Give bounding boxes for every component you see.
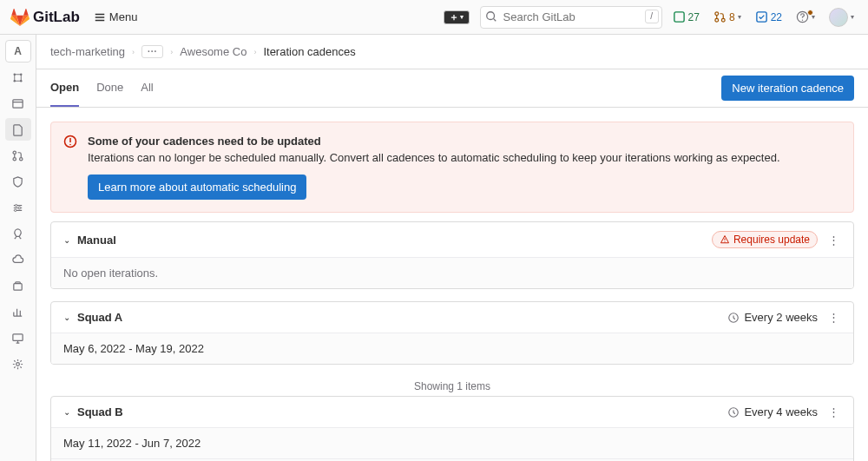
- error-icon: [63, 135, 77, 151]
- learn-more-button[interactable]: Learn more about automatic scheduling: [88, 175, 306, 200]
- cadence-menu-button[interactable]: ⋮: [826, 405, 841, 418]
- chevron-right-icon: ›: [132, 48, 135, 56]
- breadcrumb-current: Iteration cadences: [263, 45, 355, 58]
- tab-all[interactable]: All: [141, 69, 153, 107]
- svg-point-21: [16, 362, 20, 366]
- breadcrumb-link[interactable]: tech-marketing: [50, 45, 125, 58]
- svg-point-23: [69, 144, 71, 146]
- repository-icon: [11, 97, 24, 110]
- cadence-name: Squad B: [77, 405, 123, 418]
- gitlab-logo[interactable]: GitLab: [10, 8, 80, 27]
- nav-issues[interactable]: [5, 118, 31, 141]
- new-iteration-cadence-button[interactable]: New iteration cadence: [721, 76, 854, 101]
- chevron-down-icon: ⌄: [63, 313, 70, 322]
- alert-title: Some of your cadences need to be updated: [88, 135, 841, 148]
- nav-repository[interactable]: [5, 92, 31, 115]
- nav-deployments[interactable]: [5, 222, 31, 245]
- todos-link[interactable]: 22: [752, 10, 786, 23]
- svg-point-13: [13, 151, 16, 154]
- nav-settings[interactable]: [5, 352, 31, 375]
- requires-update-badge: Requires update: [712, 231, 818, 248]
- issues-link[interactable]: 27: [669, 10, 703, 23]
- tab-done[interactable]: Done: [96, 69, 123, 107]
- menu-label: Menu: [109, 10, 138, 23]
- clock-icon: [727, 312, 740, 324]
- monitor-icon: [11, 332, 24, 345]
- search-input[interactable]: [480, 6, 662, 29]
- merge-request-icon: [713, 10, 727, 23]
- nav-security[interactable]: [5, 170, 31, 193]
- top-header: GitLab Menu ▾ / 27 8 ▾ 22 ▾ ▾: [0, 0, 868, 35]
- svg-point-0: [486, 11, 494, 19]
- tab-bar: Open Done All New iteration cadence: [36, 69, 868, 108]
- svg-rect-1: [674, 12, 683, 22]
- svg-point-24: [724, 241, 725, 242]
- cadence-card: ⌄ Squad B Every 4 weeks⋮May 11, 2022 - J…: [50, 396, 854, 461]
- mr-count: 8: [729, 11, 735, 23]
- main-content: tech-marketing › ··· › Awesome Co › Iter…: [36, 35, 868, 461]
- tab-open[interactable]: Open: [50, 69, 79, 107]
- svg-point-14: [13, 157, 16, 160]
- cadence-card: ⌄ Squad A Every 2 weeks⋮May 6, 2022 - Ma…: [50, 301, 854, 365]
- cadence-name: Squad A: [77, 311, 122, 324]
- todo-icon: [755, 10, 768, 23]
- todo-count: 22: [771, 11, 782, 23]
- issues-icon: [673, 10, 686, 23]
- nav-packages[interactable]: [5, 274, 31, 297]
- svg-point-4: [721, 18, 725, 22]
- user-menu[interactable]: ▾: [825, 8, 858, 27]
- chevron-down-icon: ⌄: [63, 235, 70, 245]
- global-search: /: [480, 6, 662, 29]
- cadence-header[interactable]: ⌄ Squad A Every 2 weeks⋮: [51, 302, 853, 333]
- merge-requests-link[interactable]: 8 ▾: [710, 10, 745, 23]
- cadence-frequency: Every 4 weeks: [727, 405, 818, 418]
- menu-toggle[interactable]: Menu: [94, 10, 138, 23]
- gear-icon: [11, 358, 24, 371]
- cadence-header[interactable]: ⌄ Squad B Every 4 weeks⋮: [51, 397, 853, 427]
- alert-text: Iterations can no longer be scheduled ma…: [88, 151, 841, 164]
- logo-text: GitLab: [33, 9, 80, 26]
- svg-point-18: [14, 209, 16, 211]
- breadcrumb: tech-marketing › ··· › Awesome Co › Iter…: [36, 35, 868, 69]
- nav-project-info[interactable]: [5, 66, 31, 89]
- nav-infrastructure[interactable]: [5, 248, 31, 271]
- breadcrumb-link[interactable]: Awesome Co: [180, 45, 247, 58]
- breadcrumb-overflow[interactable]: ···: [141, 45, 163, 58]
- notification-dot-icon: [807, 10, 813, 16]
- iteration-row[interactable]: May 6, 2022 - May 19, 2022: [51, 333, 853, 364]
- nav-merge-requests[interactable]: [5, 144, 31, 167]
- cadence-header[interactable]: ⌄ Manual Requires update⋮: [51, 222, 853, 257]
- nav-analytics[interactable]: [5, 300, 31, 323]
- doc-icon: [11, 123, 24, 136]
- user-avatar-icon: [829, 8, 848, 27]
- cadence-frequency: Every 2 weeks: [727, 311, 818, 324]
- clock-icon: [727, 406, 740, 418]
- svg-point-7: [802, 20, 803, 21]
- warning-icon: [720, 234, 730, 245]
- chevron-down-icon: ⌄: [63, 407, 70, 417]
- items-count: Showing 1 items: [50, 377, 854, 396]
- svg-point-17: [18, 207, 20, 208]
- rocket-icon: [11, 227, 24, 240]
- cadence-card: ⌄ Manual Requires update⋮No open iterati…: [50, 221, 854, 289]
- svg-rect-12: [13, 99, 23, 107]
- update-alert: Some of your cadences need to be updated…: [50, 122, 854, 213]
- tanuki-icon: [10, 8, 30, 27]
- cadence-menu-button[interactable]: ⋮: [826, 234, 841, 247]
- svg-point-15: [20, 157, 23, 160]
- help-link[interactable]: ▾: [792, 10, 819, 23]
- issues-count: 27: [688, 11, 700, 23]
- iteration-row[interactable]: May 11, 2022 - Jun 7, 2022: [51, 427, 853, 458]
- nav-monitor[interactable]: [5, 326, 31, 349]
- new-dropdown-button[interactable]: ▾: [444, 10, 470, 24]
- cadence-menu-button[interactable]: ⋮: [826, 311, 841, 324]
- info-icon: [11, 71, 24, 84]
- svg-rect-5: [757, 12, 766, 22]
- cadence-name: Manual: [77, 234, 116, 247]
- svg-rect-20: [13, 333, 23, 340]
- nav-cicd[interactable]: [5, 196, 31, 219]
- svg-point-2: [715, 12, 719, 16]
- chart-icon: [11, 306, 24, 319]
- sliders-icon: [11, 201, 24, 214]
- project-avatar[interactable]: A: [5, 40, 31, 63]
